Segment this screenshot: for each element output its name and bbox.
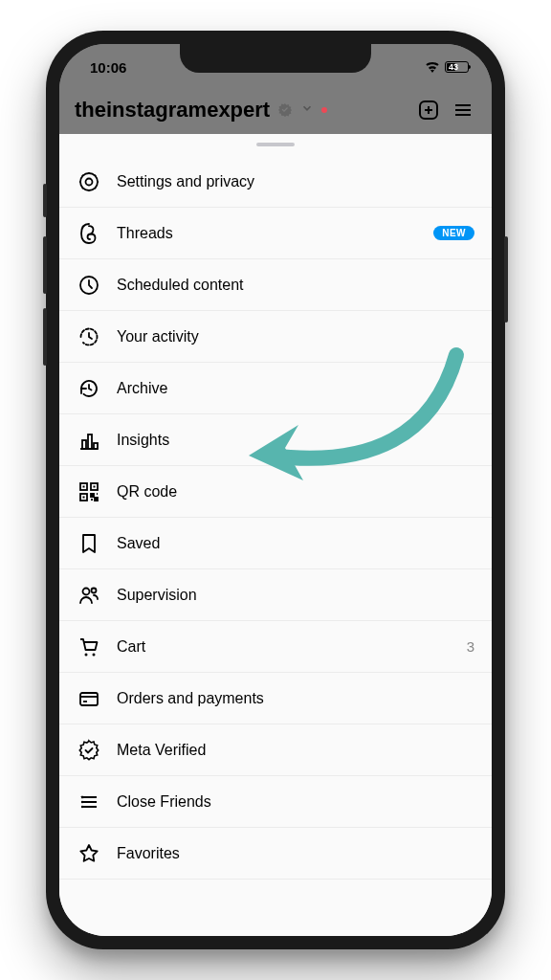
- menu-item-supervision[interactable]: Supervision: [59, 569, 492, 621]
- menu-item-your-activity[interactable]: Your activity: [59, 311, 492, 363]
- menu-item-label: Supervision: [117, 587, 197, 604]
- status-time: 10:06: [82, 59, 126, 76]
- activity-icon: [77, 324, 101, 349]
- menu-item-count: 3: [467, 638, 474, 655]
- phone-screen: 10:06 43 theinstagramexpert: [59, 44, 492, 936]
- menu-item-qr-code[interactable]: QR code: [59, 466, 492, 518]
- bookmark-icon: [77, 531, 101, 556]
- menu-item-saved[interactable]: Saved: [59, 518, 492, 569]
- wifi-icon: [425, 59, 440, 76]
- menu-item-label: Insights: [117, 432, 169, 449]
- clock-icon: [77, 273, 101, 298]
- phone-frame: 10:06 43 theinstagramexpert: [46, 31, 505, 949]
- threads-icon: [77, 221, 101, 246]
- status-icons: 43: [425, 59, 469, 76]
- cart-icon: [77, 635, 101, 659]
- menu-list: Settings and privacyThreadsNEWScheduled …: [59, 156, 492, 880]
- menu-item-meta-verified[interactable]: Meta Verified: [59, 724, 492, 776]
- menu-item-label: Favorites: [117, 845, 180, 862]
- battery-indicator: 43: [445, 61, 469, 73]
- chevron-down-icon[interactable]: [300, 101, 314, 119]
- menu-item-orders-and-payments[interactable]: Orders and payments: [59, 673, 492, 724]
- profile-header: theinstagramexpert: [59, 86, 492, 134]
- hamburger-menu-button[interactable]: [450, 97, 476, 123]
- insights-icon: [77, 428, 101, 453]
- sheet-grabber[interactable]: [256, 143, 295, 146]
- menu-item-label: Archive: [117, 380, 167, 397]
- menu-item-close-friends[interactable]: Close Friends: [59, 776, 492, 828]
- close-friends-icon: [77, 790, 101, 814]
- verified-badge-icon: [277, 102, 293, 118]
- username[interactable]: theinstagramexpert: [75, 98, 270, 122]
- menu-item-label: Scheduled content: [117, 277, 244, 294]
- menu-item-label: Your activity: [117, 328, 199, 345]
- menu-item-label: Cart: [117, 638, 145, 656]
- create-button[interactable]: [415, 97, 442, 123]
- menu-item-label: QR code: [117, 483, 177, 501]
- qr-icon: [77, 479, 101, 504]
- menu-item-label: Settings and privacy: [117, 173, 254, 190]
- side-button: [43, 184, 47, 217]
- menu-item-scheduled-content[interactable]: Scheduled content: [59, 259, 492, 311]
- menu-item-label: Close Friends: [117, 793, 211, 811]
- supervision-icon: [77, 583, 101, 608]
- menu-item-label: Orders and payments: [117, 690, 264, 707]
- menu-item-label: Threads: [117, 225, 173, 242]
- menu-item-cart[interactable]: Cart3: [59, 621, 492, 673]
- menu-item-favorites[interactable]: Favorites: [59, 828, 492, 880]
- side-button: [43, 308, 47, 366]
- menu-item-insights[interactable]: Insights: [59, 414, 492, 466]
- menu-item-settings-and-privacy[interactable]: Settings and privacy: [59, 156, 492, 208]
- side-button: [504, 236, 508, 323]
- new-badge: NEW: [433, 226, 474, 240]
- menu-sheet[interactable]: Settings and privacyThreadsNEWScheduled …: [59, 134, 492, 936]
- notch: [180, 44, 371, 73]
- side-button: [43, 236, 47, 294]
- archive-icon: [77, 376, 101, 401]
- menu-item-archive[interactable]: Archive: [59, 363, 492, 414]
- verified-icon: [77, 738, 101, 763]
- menu-item-label: Meta Verified: [117, 742, 206, 759]
- star-icon: [77, 841, 101, 866]
- menu-item-threads[interactable]: ThreadsNEW: [59, 208, 492, 259]
- menu-item-label: Saved: [117, 535, 160, 552]
- gear-icon: [77, 169, 101, 194]
- card-icon: [77, 686, 101, 711]
- notification-dot: [321, 107, 327, 113]
